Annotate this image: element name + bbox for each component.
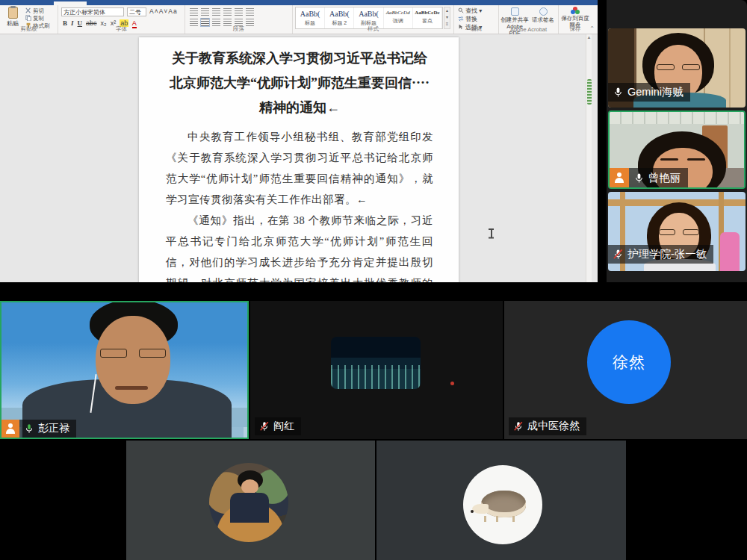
bullets-icon[interactable] xyxy=(190,8,198,16)
decrease-indent-icon[interactable] xyxy=(223,8,232,16)
doc-paragraph-1: 中央教育工作领导小组秘书组、教育部党组印发《关于教育系统深入学习贯彻习近平总书记… xyxy=(166,126,433,210)
baidu-netdisk-icon xyxy=(571,7,580,14)
participant-sidebar: Gemini海贼 曾艳丽 xyxy=(607,0,747,282)
video-tile-yanhong[interactable]: 阎红 xyxy=(250,301,503,439)
doc-paragraph-2: 《通知》指出，在第 38 个教师节来临之际，习近平总书记专门给北京师范大学“优师… xyxy=(166,210,433,282)
word-ribbon: 粘贴 剪切 复制 格式刷 剪贴板 方正小标宋简体 二号 A˄A˅Aa B I U xyxy=(0,5,598,34)
avatar-photo xyxy=(331,337,421,389)
name-tag: 护理学院-张一敏 xyxy=(608,245,713,264)
numbering-icon[interactable] xyxy=(201,8,209,16)
document-canvas[interactable]: 关于教育系统深入学习贯彻习近平总书记给 北京师范大学“优师计划”师范生重要回信·… xyxy=(0,34,592,282)
font-name-select[interactable]: 方正小标宋简体 xyxy=(61,7,124,16)
acrobat-group-label: Adobe Acrobat xyxy=(499,26,558,33)
adobe-pdf-icon xyxy=(511,7,519,16)
mic-on-icon xyxy=(613,87,624,98)
participant-name: 阎红 xyxy=(273,420,294,433)
document-body: 中央教育工作领导小组秘书组、教育部党组印发《关于教育系统深入学习贯彻习近平总书记… xyxy=(166,126,433,282)
name-tag: 阎红 xyxy=(255,417,301,435)
editing-group-label: 编辑 xyxy=(454,25,498,33)
participant-name: 护理学院-张一敏 xyxy=(627,247,707,261)
text-cursor xyxy=(488,228,495,238)
video-tile-xuran[interactable]: 徐然 成中医徐然 xyxy=(504,301,747,439)
initials-avatar: 徐然 xyxy=(587,320,671,404)
name-tag: 曾艳丽 xyxy=(629,168,688,187)
participant-name: 成中医徐然 xyxy=(527,420,580,433)
video-tile-zengyanli[interactable]: 曾艳丽 xyxy=(608,111,746,189)
participant-name: Gemini海贼 xyxy=(627,85,684,99)
participant-name: 曾艳丽 xyxy=(648,171,681,185)
participant-video xyxy=(1,302,247,438)
red-dot xyxy=(450,382,454,385)
paragraph-group-label: 段落 xyxy=(185,25,292,33)
font-group-label: 字体 xyxy=(58,25,185,33)
multilevel-list-icon[interactable] xyxy=(212,8,220,16)
word-title-bar xyxy=(0,0,598,5)
ribbon-group-save: 保存到百度网盘 保存 xyxy=(559,5,592,34)
ribbon-group-editing: 查找 ▾ 替换 选择 ▾ 编辑 xyxy=(454,5,499,34)
increase-indent-icon[interactable] xyxy=(235,8,243,16)
save-group-label: 保存 xyxy=(559,25,592,33)
cut-button[interactable]: 剪切 xyxy=(25,7,44,15)
ribbon-group-styles: AaBb( 标题 AaBb( 标题 2 AaBb( 副标题 AaBbCcDd 强… xyxy=(293,5,454,34)
mic-active-icon xyxy=(24,423,34,434)
ribbon-group-paragraph: 段落 xyxy=(185,5,293,34)
mic-muted-icon xyxy=(513,421,524,432)
ribbon-group-clipboard: 粘贴 剪切 复制 格式刷 剪贴板 xyxy=(0,5,58,34)
shared-word-window: 粘贴 剪切 复制 格式刷 剪贴板 方正小标宋简体 二号 A˄A˅Aa B I U xyxy=(0,0,598,282)
styles-group-label: 样式 xyxy=(293,25,453,33)
video-tile-zhangyimin[interactable]: 护理学院-张一敏 xyxy=(608,192,746,271)
sort-icon[interactable] xyxy=(246,8,254,16)
host-badge-icon xyxy=(1,420,19,438)
video-tile-pengzhenglu[interactable]: 彭正禄 xyxy=(0,301,249,439)
font-size-select[interactable]: 二号 xyxy=(127,7,146,16)
scroll-up-icon[interactable]: ▲ xyxy=(586,35,592,40)
photo-avatar xyxy=(463,465,542,544)
mic-muted-icon xyxy=(613,249,624,260)
ribbon-group-font: 方正小标宋简体 二号 A˄A˅Aa B I U abc x₂ x² ab A 字… xyxy=(58,5,185,34)
photo-avatar xyxy=(209,463,288,542)
replace-button[interactable]: 替换 xyxy=(458,15,482,23)
video-tile-gemini[interactable]: Gemini海贼 xyxy=(608,28,746,108)
document-page[interactable]: 关于教育系统深入学习贯彻习近平总书记给 北京师范大学“优师计划”师范生重要回信·… xyxy=(139,37,459,282)
collapse-ribbon-icon[interactable]: ⌃ xyxy=(589,25,595,32)
avatar-text: 徐然 xyxy=(613,352,645,373)
font-row1-tools[interactable]: A˄A˅Aa xyxy=(149,7,178,15)
clipboard-group-label: 剪贴板 xyxy=(0,25,58,33)
shrink-font-icon: A˅ xyxy=(159,7,169,15)
copy-button[interactable]: 复制 xyxy=(25,15,44,22)
scrollbar-thumb[interactable] xyxy=(587,79,592,105)
mic-on-icon xyxy=(633,172,645,184)
name-tag: Gemini海贼 xyxy=(608,83,690,102)
name-tag: 彭正禄 xyxy=(19,420,76,438)
name-tag: 成中医徐然 xyxy=(509,417,586,435)
video-tile-hedgehog-avatar[interactable] xyxy=(376,441,626,560)
find-button[interactable]: 查找 ▾ xyxy=(458,7,482,15)
mic-muted-icon xyxy=(259,421,270,432)
document-title: 关于教育系统深入学习贯彻习近平总书记给 北京师范大学“优师计划”师范生重要回信·… xyxy=(166,46,433,120)
signature-icon xyxy=(539,7,548,16)
meeting-screen: 粘贴 剪切 复制 格式刷 剪贴板 方正小标宋简体 二号 A˄A˅Aa B I U xyxy=(0,0,747,560)
document-scrollbar[interactable]: ▲ xyxy=(586,34,592,282)
ribbon-group-acrobat: 创建并共享 Adobe PDF 请求签名 Adobe Acrobat xyxy=(499,5,559,34)
clipboard-icon xyxy=(8,7,18,19)
host-badge-icon xyxy=(610,168,629,187)
change-case-icon: Aa xyxy=(168,7,177,15)
video-tile-child-avatar[interactable] xyxy=(126,441,375,560)
participant-name: 彭正禄 xyxy=(38,422,69,435)
grow-font-icon: A˄ xyxy=(149,7,159,15)
paste-button[interactable]: 粘贴 xyxy=(3,7,22,28)
